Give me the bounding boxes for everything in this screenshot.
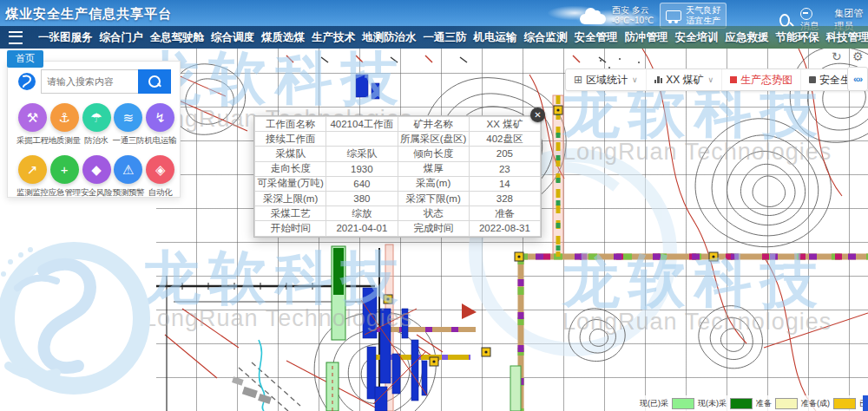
nav-item-emergency-rescue[interactable]: 应急救援 [722, 26, 773, 49]
search-input[interactable] [41, 69, 138, 94]
tab-home[interactable]: 首页 [7, 50, 43, 68]
pick-icon: ⚒ [27, 110, 38, 126]
warning-icon: ⚠ [122, 162, 134, 178]
workface-info-popup: 工作面名称402104工作面 矿井名称XX 煤矿 接续工作面 所属采区(盘区)4… [253, 115, 542, 238]
cloud-icon [580, 14, 606, 24]
nav-item-safety-training[interactable]: 安全培训 [672, 26, 722, 49]
app-window: 龙软科技 LongRuan Technologies 龙软科技 LongRuan… [0, 0, 868, 411]
panel-logo-icon [16, 71, 37, 92]
nav-item-map-service[interactable]: 一张图服务 [35, 26, 96, 49]
nav-item-monitoring[interactable]: 综合监测 [521, 26, 571, 49]
cell-value [326, 132, 398, 147]
nav-item-production-tech[interactable]: 生产技术 [308, 26, 358, 49]
table-row: 采煤队综采队 倾向长度205 [255, 147, 541, 161]
cell-value: 准备 [469, 206, 540, 221]
nav-item-dispatch[interactable]: 综合调度 [207, 26, 258, 49]
quick-icon-electromechanical[interactable]: ↯ 机电运输 [144, 103, 176, 147]
legend-label: 现(未)采 [698, 398, 727, 409]
chevron-down-icon: ∨ [708, 75, 714, 84]
production-situation-map-button[interactable]: 生产态势图 [721, 69, 800, 90]
cell-label: 可采储量(万吨) [255, 176, 326, 191]
legend-swatch [672, 398, 694, 409]
cell-value: 2021-04-01 [326, 221, 398, 236]
gear-icon[interactable]: ⚙ [852, 49, 864, 63]
survey-ticks [286, 55, 606, 62]
popup-close-button[interactable]: ✕ [530, 108, 545, 122]
table-row: 可采储量(万吨)640 采高(m)14 [255, 176, 541, 191]
refresh-icon[interactable]: ↻ [832, 49, 842, 63]
nav-item-coal-quality[interactable]: 煤质选煤 [258, 26, 308, 49]
map-toolbar: ⊞ 区域统计∨ XX 煤矿∨ 生产态势图 安全生产态势图∨ 工具∨ [565, 68, 868, 91]
app-title: 煤业安全生产信息共享平台 [5, 6, 172, 23]
menu-hamburger-icon[interactable] [9, 31, 23, 44]
anchor-icon: ⚓ [58, 110, 69, 126]
nav-item-ventilation[interactable]: 一通三防 [420, 26, 470, 49]
nav-item-electromechanical[interactable]: 机电运输 [470, 26, 521, 49]
sliders-icon: ≋ [123, 110, 135, 126]
cell-value: 14 [469, 176, 540, 191]
cell-label: 矿井名称 [398, 117, 469, 132]
cell-label: 倾向长度 [398, 147, 469, 161]
grid-icon: ⊞ [574, 74, 582, 86]
bar-chart-icon [654, 76, 663, 83]
quick-icon-monitoring[interactable]: ↗ 监测监控 [16, 155, 49, 199]
quick-icon-forecast-warning[interactable]: ⚠ 预测预警 [112, 155, 144, 199]
legend-swatch [730, 398, 753, 409]
region-statistics-dropdown[interactable]: ⊞ 区域统计∨ [566, 69, 646, 90]
table-row: 接续工作面 所属采区(盘区)402盘区 [255, 132, 541, 147]
cell-value: 380 [326, 191, 398, 206]
nav-item-water-control[interactable]: 地测防治水 [358, 26, 420, 49]
quick-icon-automation[interactable]: ◈ 自动化 [144, 155, 176, 199]
cell-value: 综放 [326, 206, 398, 221]
legend-label: 现(已)采 [640, 398, 668, 409]
nav-item-energy-saving[interactable]: 节能环保 [773, 26, 823, 49]
cell-value: 205 [469, 147, 540, 161]
quick-icon-geological-survey[interactable]: ⚓ 地质测量 [49, 103, 81, 147]
cell-label: 状态 [398, 206, 469, 221]
gem-icon: ◆ [91, 162, 102, 178]
cell-value: 1930 [326, 161, 398, 176]
cell-label: 开始时间 [255, 221, 326, 236]
workface-info-table: 工作面名称402104工作面 矿井名称XX 煤矿 接续工作面 所属采区(盘区)4… [254, 116, 541, 237]
weather-city: 西安 多云 [612, 5, 649, 15]
dragon-logo-watermark [0, 236, 156, 409]
search-icon [148, 75, 161, 88]
nav-item-safety-mgmt[interactable]: 安全管理 [571, 26, 621, 49]
cell-label: 煤厚 [398, 161, 469, 176]
scrollbar-corner[interactable] [863, 395, 868, 411]
quick-icon-ventilation[interactable]: ≋ 一通三防 [112, 103, 144, 147]
quick-icon-safety-risk[interactable]: ◆ 安全风险 [81, 155, 113, 199]
nav-item-cockpit[interactable]: 全息驾驶舱 [147, 26, 208, 49]
mine-truck-icon [666, 10, 681, 21]
panel-collapse-button[interactable]: «» [847, 67, 868, 91]
table-row: 工作面名称402104工作面 矿井名称XX 煤矿 [255, 117, 541, 132]
chevron-down-icon: ∨ [632, 75, 638, 84]
main-navbar: 一张图服务 综合门户 全息驾驶舱 综合调度 煤质选煤 生产技术 地测防治水 一通… [0, 26, 868, 49]
quick-icon-mining-engineering[interactable]: ⚒ 采掘工程 [16, 103, 49, 147]
cell-value: 2022-08-31 [469, 221, 540, 236]
table-row: 走向长度1930 煤厚23 [255, 161, 541, 176]
cell-label: 走向长度 [255, 161, 326, 176]
cell-label: 工作面名称 [255, 117, 326, 132]
cell-label: 采煤工艺 [255, 206, 326, 221]
map-legend: 现(已)采 现(未)采 准备 准备(成) 已采 [636, 395, 868, 411]
nav-item-portal[interactable]: 综合门户 [96, 26, 147, 49]
cell-value: XX 煤矿 [469, 117, 540, 132]
mine-selector-dropdown[interactable]: XX 煤矿∨ [646, 69, 721, 90]
close-icon: ✕ [534, 110, 541, 120]
search-button[interactable] [138, 69, 171, 94]
cell-value: 综采队 [326, 147, 398, 161]
legend-swatch [833, 398, 856, 409]
header-search-icon[interactable] [779, 14, 790, 27]
dark-square-icon [809, 76, 816, 83]
table-row: 采煤工艺综放 状态准备 [255, 206, 541, 221]
production-weather-status: 天气良好 适宜生产 [660, 3, 727, 29]
nav-item-burst-mgmt[interactable]: 防冲管理 [621, 26, 672, 49]
quick-icon-water-control[interactable]: ☂ 防治水 [81, 103, 113, 147]
nav-item-tech-mgmt[interactable]: 科技管理 [823, 26, 868, 49]
umbrella-icon: ☂ [90, 110, 102, 126]
cell-label: 所属采区(盘区) [398, 132, 469, 147]
weather-advise-2: 适宜生产 [686, 16, 720, 25]
weather-widget: 西安 多云 -3℃~10℃ 天气良好 适宜生产 [580, 3, 727, 29]
quick-icon-emergency-mgmt[interactable]: + 应急管理 [49, 155, 81, 199]
